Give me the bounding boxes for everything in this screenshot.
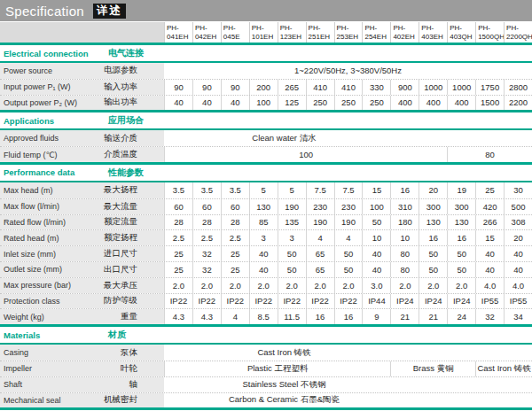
spec-sheet-page: Specification 详述 PH-041EHPH-042EHPH-045E…	[0, 0, 532, 410]
value-text: 21	[401, 312, 411, 322]
value-cell: 2.5	[221, 230, 249, 245]
value-text: 190	[285, 202, 299, 212]
value-text: 85	[259, 217, 269, 227]
value-cell: 2.0	[419, 278, 447, 293]
value-text: IP55	[481, 296, 499, 306]
value-text: 3.5	[230, 185, 241, 195]
value-text: 2.0	[201, 281, 213, 291]
value-text: IP22	[199, 296, 216, 306]
value-text: 125	[285, 97, 299, 107]
value-cell: 15	[475, 230, 504, 245]
value-text: 10	[372, 233, 382, 243]
value-cell: 50	[362, 215, 390, 230]
value-cell: 40	[249, 246, 278, 261]
value-text: 50	[287, 249, 297, 259]
row-label-zh: 进口尺寸	[102, 246, 164, 261]
value-text: 2.0	[286, 281, 298, 291]
value-text: 190	[341, 217, 356, 227]
value-text: 24	[457, 312, 466, 322]
value-cell: 40	[192, 96, 221, 111]
value-text: 500	[512, 202, 526, 212]
value-cell: 10	[362, 230, 390, 245]
value-cell: 50	[334, 262, 363, 277]
value-cell: 40	[362, 246, 390, 261]
section-title-en: Performance data	[0, 165, 102, 181]
value-text: 3.5	[201, 185, 213, 195]
value-text: 7.5	[314, 185, 325, 195]
value-cell: 16	[419, 230, 447, 245]
value-cell: 310	[390, 199, 419, 214]
value-cell: 2.5	[192, 230, 221, 245]
value-cell: 2.0	[447, 278, 475, 293]
model-column-header: PH-251EH	[306, 22, 334, 43]
table-row: Output power P₂ (W)输出功率40404010012525025…	[0, 95, 532, 111]
value-text: 1500	[481, 97, 499, 107]
model-prefix: PH-	[280, 24, 306, 33]
value-cell: 4.0	[475, 278, 504, 293]
value-cell: 2.0	[390, 278, 419, 293]
value-text: 300	[455, 202, 469, 212]
value-text: 200	[256, 82, 270, 92]
value-cell: 2.0	[249, 278, 278, 293]
value-text: 15	[372, 185, 382, 195]
row-label-en: Max flow (l/min)	[0, 199, 102, 214]
value-cell: IP22	[306, 294, 334, 309]
model-code: 403QH	[450, 33, 475, 42]
value-text: 410	[313, 82, 327, 92]
value-text: 25	[231, 249, 240, 259]
value-cell: IP22	[221, 294, 249, 309]
value-text: 16	[316, 312, 325, 322]
value-text: 40	[372, 265, 382, 275]
value-text: 65	[316, 249, 325, 259]
value-cell: 25	[221, 262, 249, 277]
value-cell: 60	[164, 199, 192, 214]
value-cell: 100	[164, 147, 447, 162]
row-label-en: Power source	[0, 63, 102, 79]
value-cell: Stainless Steel 不锈钢	[164, 377, 532, 392]
value-cell: 50	[334, 246, 363, 261]
value-cell: 1750	[475, 80, 504, 95]
value-cell: IP22	[192, 294, 221, 309]
value-text: 3.0	[371, 281, 382, 291]
value-text: 32	[485, 312, 495, 322]
value-cell: 900	[390, 80, 419, 95]
value-text: Cast Iron 铸铁	[477, 363, 530, 375]
row-label-zh: 机械密封	[102, 393, 164, 408]
value-cell: 40	[164, 96, 192, 111]
value-cell: 25	[164, 246, 192, 261]
value-text: IP22	[227, 296, 245, 306]
value-cell: 80	[447, 147, 532, 162]
value-text: 28	[202, 217, 212, 227]
value-text: 16	[344, 312, 354, 322]
value-text: 4.3	[201, 312, 213, 322]
value-cell: 90	[164, 80, 192, 95]
model-prefix: PH-	[478, 24, 504, 33]
table-row: Outlet size (mm)出口尺寸25322540506550408050…	[0, 261, 532, 277]
row-label-en: Weight (kg)	[0, 309, 102, 324]
value-cell: 2.0	[164, 278, 192, 293]
model-column-header: PH-254EH	[362, 22, 390, 43]
row-label-en: Mechanical seal	[0, 393, 102, 408]
value-text: 250	[341, 97, 356, 107]
row-label-en: Rated head (m)	[0, 230, 102, 245]
value-text: 50	[457, 249, 466, 259]
value-cell: 2.0	[192, 278, 221, 293]
model-code: 403EH	[421, 33, 447, 42]
value-cell: 400	[390, 96, 419, 111]
table-row: Power source电源参数1~220V/50Hz, 3~380V/50Hz	[0, 63, 532, 79]
model-code: 045E	[223, 33, 249, 42]
value-cell: 28	[164, 215, 192, 230]
value-text: Carbon & Ceramic 石墨&陶瓷	[229, 394, 340, 406]
section-title-row: Materials材质	[0, 324, 532, 345]
value-text: 40	[259, 249, 269, 259]
value-cell: 24	[447, 309, 475, 324]
value-cell: 32	[192, 262, 221, 277]
value-cell: IP55	[504, 294, 532, 309]
value-text: 32	[202, 249, 212, 259]
value-cell: 1~220V/50Hz, 3~380V/50Hz	[164, 63, 532, 79]
value-cell: IP22	[278, 294, 306, 309]
value-text: 2.0	[314, 281, 325, 291]
value-text: 3.5	[173, 185, 184, 195]
value-cell: 50	[278, 262, 306, 277]
value-text: Plastic 工程塑料	[247, 363, 309, 375]
